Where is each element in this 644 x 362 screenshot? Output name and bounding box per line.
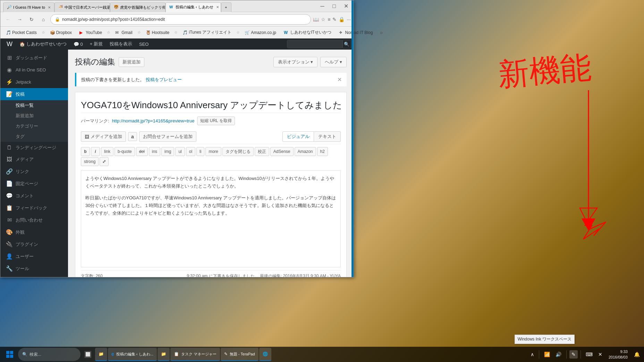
sub-posts-new[interactable]: 新規追加 xyxy=(0,111,68,121)
bookmark-dropbox[interactable]: 📦 Dropbox xyxy=(47,29,75,36)
add-media-btn[interactable]: 🖼 メディアを追加 xyxy=(81,131,126,142)
close-tags-btn[interactable]: タグを閉じる xyxy=(222,147,254,156)
ol-btn[interactable]: ol xyxy=(186,147,195,156)
view-post-item[interactable]: 投稿を表示 xyxy=(106,38,136,50)
taskbar-browser-app[interactable]: e 投稿の編集 ‹ しあわ... xyxy=(108,348,157,361)
volume-icon[interactable]: 🔊 xyxy=(553,350,564,359)
strong-btn[interactable]: strong xyxy=(81,157,99,166)
sidebar-item-appearance[interactable]: 🎨 外観 xyxy=(0,226,68,238)
bookmark-nomad[interactable]: ✈ Nomad IT Blog xyxy=(336,29,376,36)
ins-btn[interactable]: ins xyxy=(149,147,160,156)
visual-tab[interactable]: ビジュアル xyxy=(282,131,314,142)
hub-icon[interactable]: ≡ xyxy=(328,17,330,22)
read-view-icon[interactable]: 📖 xyxy=(313,17,319,22)
img-btn[interactable]: img xyxy=(161,147,174,156)
sidebar-item-feedback[interactable]: 📋 フィードバック xyxy=(0,202,68,214)
taskbar-task-manager[interactable]: 📋 タスク マネージャー xyxy=(170,348,220,361)
sidebar-item-allinone[interactable]: ◉ All in One SEO xyxy=(0,64,68,76)
new-post-item[interactable]: + 新規 xyxy=(86,38,106,50)
close-btn[interactable]: ✕ xyxy=(341,1,351,11)
taskbar-terapad[interactable]: ✎ 無題 - TeraPad xyxy=(221,348,259,361)
taskbar-files[interactable]: 📁 xyxy=(158,348,170,361)
amazon-icon-btn[interactable]: a xyxy=(128,132,137,141)
sidebar-item-comments[interactable]: 💬 コメント xyxy=(0,190,68,202)
notice-close-btn[interactable]: ✕ xyxy=(337,76,342,83)
help-btn[interactable]: ヘルプ ▾ xyxy=(320,57,347,67)
more-btn[interactable]: more xyxy=(205,147,221,156)
sidebar-item-plugins[interactable]: 🔌 プラグイン xyxy=(0,238,68,250)
sidebar-item-pages[interactable]: 📄 固定ページ xyxy=(0,178,68,190)
tab-4-close[interactable]: ✕ xyxy=(216,5,219,9)
adsense-btn[interactable]: AdSense xyxy=(270,147,294,156)
minimize-btn[interactable]: ─ xyxy=(317,1,327,11)
notification-dismiss-icon[interactable]: ✕ xyxy=(596,350,604,359)
keyboard-icon[interactable]: ⌨ xyxy=(584,350,595,359)
fullscreen-btn[interactable]: ⤢ xyxy=(100,157,109,166)
back-btn[interactable]: ← xyxy=(3,15,13,24)
bookmark-gmail[interactable]: ✉ Gmail xyxy=(112,29,135,36)
sidebar-item-users[interactable]: 👤 ユーザー xyxy=(0,250,68,262)
italic-btn[interactable]: i xyxy=(91,147,100,156)
new-add-button[interactable]: 新規追加 xyxy=(119,57,144,67)
bookmark-youtube[interactable]: ▶ YouTube xyxy=(77,29,105,36)
sub-posts-tags[interactable]: タグ xyxy=(0,131,68,142)
h2-btn[interactable]: h2 xyxy=(317,147,328,156)
bookmark-pocket-casts[interactable]: 🎵 Pocket Casts xyxy=(3,29,40,36)
bookmark-amazon[interactable]: 🛒 Amazon.co.jp xyxy=(242,29,279,36)
display-options-btn[interactable]: 表示オプション ▾ xyxy=(273,57,318,67)
maximize-btn[interactable]: □ xyxy=(329,1,339,11)
chevron-up-icon[interactable]: ∧ xyxy=(528,350,536,359)
post-title-input[interactable] xyxy=(81,98,341,113)
refresh-btn[interactable]: ↻ xyxy=(27,15,36,24)
bookmarks-overflow-btn[interactable]: » xyxy=(378,29,385,36)
bookmark-hootsuite[interactable]: 🦉 Hootsuite xyxy=(143,29,172,36)
bookmark-itunes[interactable]: 🎵 iTunes アフィリエイト xyxy=(180,28,234,36)
link-btn[interactable]: link xyxy=(101,147,113,156)
preview-link[interactable]: 投稿をプレビュー xyxy=(146,77,182,82)
sidebar-item-jetpack[interactable]: ⚡ Jetpack xyxy=(0,76,68,88)
taskbar-explorer[interactable]: 📁 xyxy=(95,348,107,361)
ul-btn[interactable]: ul xyxy=(175,147,185,156)
sidebar-item-tools[interactable]: 🔧 ツール xyxy=(0,262,68,275)
home-btn[interactable]: ⌂ xyxy=(39,15,48,24)
task-view-btn[interactable]: 🔲 xyxy=(81,348,94,361)
sub-posts-category[interactable]: カテゴリー xyxy=(0,121,68,131)
taskbar-search-btn[interactable]: 🔍 検索... xyxy=(18,348,80,361)
sidebar-item-media[interactable]: 🖼 メディア xyxy=(0,154,68,165)
network-icon[interactable]: 📶 xyxy=(542,350,552,359)
favorites-icon[interactable]: ☆ xyxy=(321,17,325,22)
bold-btn[interactable]: b xyxy=(81,147,90,156)
start-button[interactable] xyxy=(2,348,17,361)
proofread-btn[interactable]: 校正 xyxy=(255,147,269,156)
taskbar-chrome[interactable]: 🌐 xyxy=(259,348,271,361)
tab-1[interactable]: 🔎 I Guess I'll Have to ✕ xyxy=(3,2,54,12)
address-box[interactable]: 🔒 nomadit.jp/wp-admin/post.php?post=1416… xyxy=(50,14,311,25)
sidebar-item-contact[interactable]: ✉ お問い合わせ xyxy=(0,214,68,226)
new-tab-btn[interactable]: + xyxy=(221,2,231,12)
wp-logo-item[interactable]: W xyxy=(3,38,16,50)
editor-content[interactable]: ようやくWindows10 Anniversary アップデートができるようにな… xyxy=(81,170,341,267)
action-center-icon[interactable]: 🔔 xyxy=(632,350,642,359)
more-icon[interactable]: ··· xyxy=(347,17,351,22)
sidebar-item-posts[interactable]: 📝 投稿 xyxy=(0,88,68,100)
permalink-btn[interactable]: 短縮 URL を取得 xyxy=(197,117,235,125)
time-display[interactable]: 9:33 2016/08/03 xyxy=(606,349,630,360)
bookmark-site[interactable]: W しあわせなITせいかつ xyxy=(281,28,334,36)
permalink-url[interactable]: http://nomadit.jp/?p=14165&preview=true xyxy=(112,118,195,123)
sub-posts-list[interactable]: 投稿一覧 xyxy=(0,100,68,111)
text-tab[interactable]: テキスト xyxy=(314,131,341,142)
comments-item[interactable]: 💬 0 xyxy=(70,38,86,50)
wp-search-btn[interactable]: 🔍 xyxy=(342,40,351,48)
tab-3[interactable]: 🐯 虎党や首脳陣もビックリ仰 ✕ xyxy=(110,2,166,12)
share-icon[interactable]: 🔒 xyxy=(339,17,345,22)
li-btn[interactable]: li xyxy=(196,147,204,156)
wp-search-input[interactable] xyxy=(287,40,342,48)
site-name-item[interactable]: 🏠 しあわせITせいかつ xyxy=(16,38,70,50)
contact-form-btn[interactable]: お問合せフォームを追加 xyxy=(139,131,196,142)
ink-workspace-icon[interactable]: ✎ xyxy=(569,350,578,359)
amazon-btn[interactable]: Amazon xyxy=(295,147,316,156)
seo-item[interactable]: SEO xyxy=(136,38,152,50)
tab-1-close[interactable]: ✕ xyxy=(48,6,51,9)
sidebar-item-landing[interactable]: 🗒 ランディングページ xyxy=(0,142,68,154)
tab-4-active[interactable]: W 投稿の編集 ‹ しあわせ ✕ xyxy=(166,2,221,12)
